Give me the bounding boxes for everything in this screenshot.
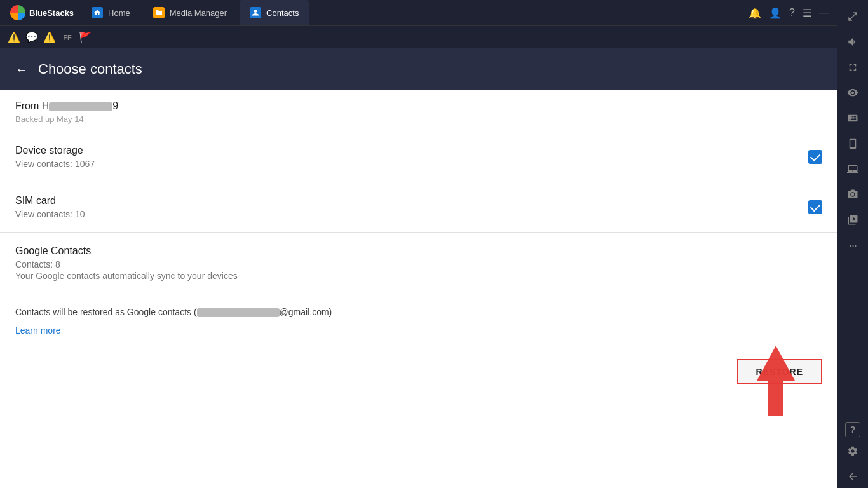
google-contacts-title: Google Contacts: [15, 245, 822, 257]
divider: [799, 142, 799, 172]
toolbar-warning-icon[interactable]: ⚠️: [8, 31, 20, 44]
device-storage-title: Device storage: [15, 145, 822, 156]
restore-info-suffix: @gmail.com): [280, 307, 332, 317]
sidebar-screenshot-btn[interactable]: [841, 183, 864, 206]
titlebar: BlueStacks Home Media Manager Contacts 🔔…: [0, 0, 868, 25]
divider: [799, 193, 799, 222]
tab-contacts[interactable]: Contacts: [240, 0, 309, 25]
contacts-icon: [250, 7, 261, 18]
svg-point-1: [851, 193, 855, 196]
sidebar-phone-btn[interactable]: [841, 132, 864, 155]
sidebar-volume-btn[interactable]: [841, 30, 864, 53]
page-header: ← Choose contacts: [0, 48, 837, 90]
svg-point-0: [851, 92, 855, 95]
sim-card-subtitle: View contacts: 10: [15, 209, 822, 219]
from-blur: [49, 102, 112, 111]
from-section: From H 9 Backed up May 14: [0, 90, 837, 132]
sim-card-check[interactable]: [808, 200, 822, 214]
email-blur: [197, 308, 280, 317]
google-contacts-section: Google Contacts Contacts: 8 Your Google …: [0, 233, 837, 294]
menu-button[interactable]: ☰: [803, 7, 811, 19]
device-storage-section: Device storage View contacts: 1067: [0, 132, 837, 182]
page-title: Choose contacts: [38, 61, 142, 78]
brand-logo: [10, 5, 25, 20]
learn-more-link[interactable]: Learn more: [15, 325, 61, 336]
button-area: RESTORE: [0, 349, 837, 395]
toolbar: ⚠️ 💬 ⚠️ FF 🚩: [0, 25, 868, 48]
sim-card-title: SIM card: [15, 195, 822, 207]
right-sidebar: ··· ?: [837, 0, 868, 488]
from-title: From H 9: [15, 100, 822, 112]
bell-button[interactable]: 🔔: [749, 7, 761, 19]
minimize-button[interactable]: —: [819, 7, 829, 18]
tab-home[interactable]: Home: [81, 0, 140, 25]
tab-media-label: Media Manager: [170, 8, 227, 18]
toolbar-ff-icon[interactable]: FF: [61, 31, 74, 44]
from-subtitle: Backed up May 14: [15, 114, 822, 124]
toolbar-alert-icon[interactable]: ⚠️: [43, 31, 56, 44]
back-button[interactable]: ←: [15, 62, 28, 77]
sidebar-settings-btn[interactable]: [841, 440, 864, 463]
sidebar-help-btn[interactable]: ?: [845, 422, 860, 437]
sidebar-screen-btn[interactable]: [841, 158, 864, 180]
sidebar-record-btn[interactable]: [841, 208, 864, 231]
account-button[interactable]: 👤: [769, 7, 782, 19]
device-storage-checkbox[interactable]: [808, 150, 822, 164]
tab-media[interactable]: Media Manager: [143, 0, 237, 25]
sidebar-expand-btn[interactable]: [841, 5, 864, 28]
google-contacts-sync: Your Google contacts automatically sync …: [15, 271, 822, 281]
tab-contacts-label: Contacts: [266, 8, 299, 18]
content-area: From H 9 Backed up May 14 Device storage…: [0, 90, 837, 488]
main-area: ← Choose contacts From H 9 Backed up May…: [0, 48, 837, 488]
home-icon: [92, 7, 103, 18]
restore-button[interactable]: RESTORE: [737, 359, 822, 384]
sidebar-fullscreen-btn[interactable]: [841, 56, 864, 79]
sidebar-back-btn[interactable]: [841, 465, 864, 488]
sidebar-view-btn[interactable]: [841, 81, 864, 104]
sidebar-more-btn[interactable]: ···: [841, 234, 864, 257]
sidebar-keyboard-btn[interactable]: [841, 107, 864, 130]
device-storage-subtitle: View contacts: 1067: [15, 159, 822, 169]
sim-card-section: SIM card View contacts: 10: [0, 182, 837, 233]
device-storage-check[interactable]: [808, 150, 822, 164]
brand-name: BlueStacks: [29, 8, 74, 18]
restore-section: Contacts will be restored as Google cont…: [0, 294, 837, 349]
toolbar-flag-icon[interactable]: 🚩: [79, 31, 92, 44]
restore-info: Contacts will be restored as Google cont…: [15, 307, 822, 317]
help-button[interactable]: ?: [789, 7, 795, 18]
sim-card-checkbox[interactable]: [808, 200, 822, 214]
brand: BlueStacks: [5, 5, 79, 20]
toolbar-chat-icon[interactable]: 💬: [25, 31, 38, 44]
media-icon: [153, 7, 165, 18]
restore-info-text: Contacts will be restored as Google cont…: [15, 307, 197, 317]
tab-home-label: Home: [108, 8, 130, 18]
google-contacts-count: Contacts: 8: [15, 259, 822, 269]
